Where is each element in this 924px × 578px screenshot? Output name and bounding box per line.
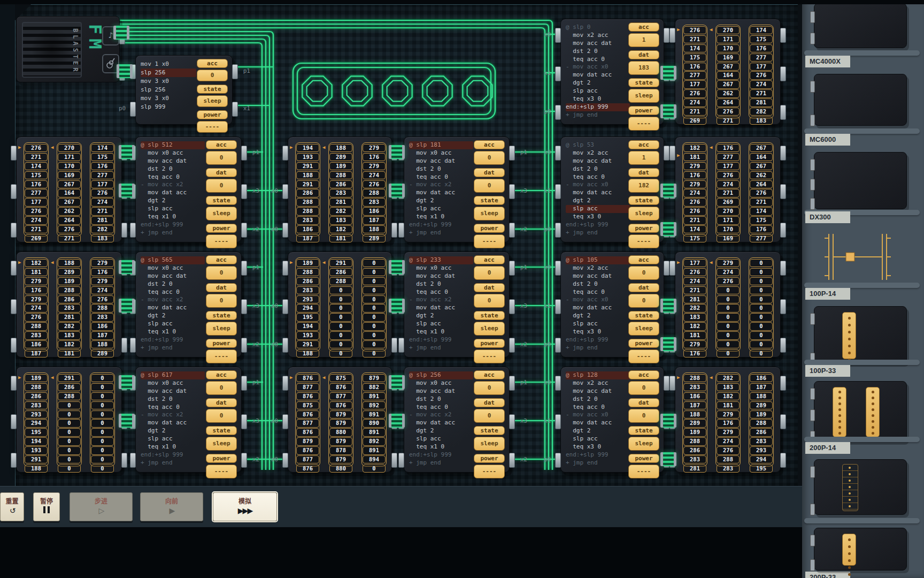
ram-cell: 189 (329, 162, 352, 170)
ram-cell: 279 (717, 259, 740, 267)
ram-cell: 282 (750, 108, 773, 116)
register-state-label: state (206, 311, 237, 320)
sidebar-part-100P-14[interactable] (814, 306, 907, 364)
ram-cell: 0 (717, 313, 740, 321)
ram-cell: 281 (329, 198, 352, 206)
ram-cell: 176 (717, 144, 740, 152)
code-line: + jmp end (141, 344, 205, 352)
forward-button[interactable]: 向前▶ (140, 492, 203, 521)
chip-pin (555, 184, 561, 199)
code-line: teq acc 0 (141, 288, 205, 296)
mc-code-area[interactable]: @ slp 512 mov x0 acc mov acc dat dst 2 0… (141, 141, 205, 237)
pause-button[interactable]: 暂停 (33, 492, 60, 521)
wire-bridge (660, 104, 676, 118)
ram-cell: 271 (91, 207, 114, 215)
code-line: mov acc dat (566, 157, 630, 165)
simulate-button-label: 模拟 (213, 496, 276, 505)
mc-chip-r3c4[interactable]: @ slp 256 mov x0 acc mov acc dat dst 2 0… (404, 367, 510, 473)
wire-bridge (389, 260, 405, 274)
sidebar-part-MC4000X[interactable] (814, 74, 907, 126)
mc-chip-r2c5[interactable]: @ slp 105 mov x2 acc mov acc dat dst 2 0… (560, 252, 664, 358)
mc-registers: acc0dat0statesleeppower---- (628, 370, 659, 482)
ram-chip-r3c1[interactable]: 1892882862832932941951941932911882912862… (16, 367, 122, 473)
bottom-bezel (0, 527, 802, 578)
pin-hole (848, 331, 851, 333)
sidebar-part-100P-33[interactable] (814, 381, 907, 442)
sidebar-part-200P-14[interactable] (814, 459, 907, 515)
mc-code-area[interactable]: @ slp 233 mov x0 acc mov acc dat dst 2 0… (409, 256, 473, 352)
mc-chip-r2c4[interactable]: @ slp 233 mov x0 acc mov acc dat dst 2 0… (404, 252, 510, 358)
sidebar-divider (804, 128, 920, 134)
mc-chip-r1c2[interactable]: @ slp 512 mov x0 acc mov acc dat dst 2 0… (135, 136, 242, 242)
code-line: dgt 2 (409, 197, 473, 205)
ram-cell: 0 (363, 465, 386, 473)
code-line: dgt 2 (566, 197, 630, 205)
ram-chip-r1c3[interactable]: 1941932911882912862882882831861871882891… (288, 136, 392, 242)
mc-chip-r2c2[interactable]: @ slp 565 mov x0 acc mov acc dat dst 2 0… (135, 252, 242, 358)
wire-bridge (389, 184, 405, 197)
ram-chip-r1c6[interactable]: 1821812791762792742762762711741751762771… (675, 136, 781, 242)
ram-chip-r1c1[interactable]: 2762711741751762771772762742712692701711… (16, 136, 122, 242)
fm-blaster-speaker[interactable]: BLASTER FM ♪ (16, 16, 120, 82)
mc-code-area[interactable]: @ slp 565 mov x0 acc mov acc dat dst 2 0… (141, 256, 205, 352)
ram-chip-r2c6[interactable]: 1772762742712812821831821812791762792742… (675, 252, 781, 358)
ram-cell: 176 (91, 268, 114, 276)
wire-bridge (660, 222, 676, 236)
ram-cell: 269 (25, 234, 48, 242)
ram-chip-r3c3[interactable]: 8768778768758768778768798768778768758768… (288, 367, 392, 473)
mc-chip-r0c5[interactable]: @ slp 0 mov x2 acc mov acc dat dst 2 0 t… (560, 19, 664, 125)
chip-pin (664, 146, 669, 161)
code-line: teq x3 0 (566, 328, 630, 336)
wire-bridge (660, 66, 676, 80)
register-dat-label: dat (628, 398, 659, 407)
mc-chip-r3c5[interactable]: @ slp 128 mov x2 acc mov acc dat dst 2 0… (560, 367, 664, 473)
sidebar-part-200P-33[interactable] (814, 528, 907, 571)
ram-cell: 0 (91, 374, 114, 382)
mc-chip-r1c5[interactable]: @ slp 53 mov x2 acc mov acc dat dst 2 0 … (560, 136, 664, 242)
chip-pin (509, 299, 515, 314)
ram-chip-r2c3[interactable]: 1892882862832932941951941932911882912862… (288, 252, 392, 358)
mc-chip-r0mc[interactable]: mov 1 x0slp 256mov 3 x0slp 256mov 3 x0sl… (135, 55, 233, 125)
mc-code-area[interactable]: @ slp 617 mov x0 acc mov acc dat dst 2 0… (141, 371, 205, 467)
ram-cell: 283 (25, 401, 48, 409)
ram-cell: 269 (683, 117, 706, 125)
mc-code-area[interactable]: @ slp 181 mov x0 acc mov acc dat dst 2 0… (409, 141, 473, 237)
chip-pin (11, 146, 17, 161)
sidebar-part-preview[interactable] (814, 3, 907, 48)
code-line: mov dat acc (566, 419, 630, 427)
mc-code-area[interactable]: @ slp 53 mov x2 acc mov acc dat dst 2 0 … (566, 141, 630, 237)
pin-label-p0: p0 (119, 105, 126, 112)
chip-pin (241, 299, 247, 314)
ram-cell: 176 (750, 44, 773, 52)
mc-code-area[interactable]: @ slp 256 mov x0 acc mov acc dat dst 2 0… (409, 371, 473, 467)
ram-chip-r0c6[interactable]: 2762711741751762771772762742712692701711… (675, 19, 781, 125)
part-pin (810, 313, 815, 325)
code-line: mov dat acc (409, 419, 473, 427)
code-line: mov x2 acc (566, 379, 630, 387)
step-button[interactable]: 步进▷ (70, 492, 133, 521)
code-line: slp acc (141, 205, 205, 213)
ram-chip-r2c1[interactable]: 1821812791762792742762882831861871882891… (16, 252, 122, 358)
reset-button[interactable]: 重置↺ (0, 492, 24, 521)
register-dat: dat0 (206, 398, 237, 423)
code-line: slp 256 (141, 69, 196, 77)
mc-code-area[interactable]: @ slp 128 mov x2 acc mov acc dat dst 2 0… (566, 371, 630, 467)
ram-cell: 283 (296, 286, 319, 294)
ram-cell: 0 (750, 349, 773, 358)
sidebar-part-DX300[interactable] (814, 227, 906, 286)
mc-chip-r1c4[interactable]: @ slp 181 mov x0 acc mov acc dat dst 2 0… (404, 136, 510, 242)
chip-pin (780, 146, 786, 161)
mc-code-area[interactable]: @ slp 0 mov x2 acc mov acc dat dst 2 0 t… (566, 24, 630, 119)
ram-chip-r3c6[interactable]: 2882831861871882891892882862832812821831… (675, 367, 781, 473)
socket-cell (843, 503, 858, 509)
mc-code-area[interactable]: mov 1 x0slp 256mov 3 x0slp 256mov 3 x0sl… (141, 60, 196, 111)
sidebar-part-MC6000[interactable] (814, 152, 907, 209)
pin-hole (848, 566, 851, 569)
ram-cell: 176 (683, 63, 706, 71)
sidebar-divider (804, 360, 920, 365)
simulate-button[interactable]: 模拟▶▶▶ (213, 492, 277, 521)
mc-code-area[interactable]: @ slp 105 mov x2 acc mov acc dat dst 2 0… (566, 256, 630, 352)
register-state-value: sleep (197, 95, 228, 107)
chip-pin (780, 28, 786, 43)
mc-chip-r3c2[interactable]: @ slp 617 mov x0 acc mov acc dat dst 2 0… (135, 367, 242, 473)
